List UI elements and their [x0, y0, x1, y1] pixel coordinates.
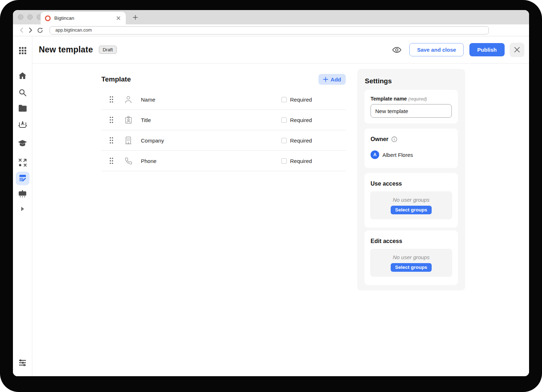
field-label: Name [141, 97, 155, 103]
field-row-name: Name Required [101, 89, 346, 110]
browser-toolbar: app.bigtincan.com [13, 24, 529, 36]
drag-handle-icon[interactable] [109, 157, 114, 165]
close-editor-button[interactable] [510, 43, 524, 57]
app-area: New template Draft Save and close Publis… [13, 36, 529, 376]
owner-name: Albert Flores [382, 152, 413, 158]
required-note: (required) [408, 97, 427, 102]
apps-grid-icon[interactable] [13, 47, 32, 55]
tactics-icon[interactable] [13, 158, 32, 167]
badge-icon [124, 116, 132, 124]
sidebar-item-forms[interactable] [16, 172, 29, 185]
select-groups-button[interactable]: Select groups [391, 206, 431, 214]
use-access-card: Use access No user groups Select groups [364, 173, 458, 228]
drag-handle-icon[interactable] [109, 95, 114, 103]
field-row-company: Company Required [101, 130, 346, 151]
required-label: Required [290, 97, 312, 103]
no-user-groups-text: No user groups [393, 197, 430, 203]
required-label: Required [290, 137, 312, 144]
back-icon[interactable] [17, 27, 26, 33]
edit-access-card: Edit access No user groups Select groups [364, 230, 458, 285]
browser-window: Bigtincan app.bigtincan.com [13, 10, 529, 376]
template-section-title: Template [101, 75, 131, 83]
search-icon[interactable] [13, 88, 32, 97]
page-title: New template [39, 45, 93, 55]
use-access-groups-box: No user groups Select groups [370, 191, 452, 219]
drag-handle-icon[interactable] [109, 136, 114, 144]
app-sidebar [13, 36, 32, 376]
bigtincan-favicon-icon [45, 15, 51, 21]
minimize-window-button[interactable] [27, 14, 33, 20]
hub-icon[interactable] [13, 190, 32, 198]
add-field-button[interactable]: Add [318, 74, 346, 85]
owner-avatar: A [371, 150, 379, 159]
folder-icon[interactable] [13, 104, 32, 112]
template-section: Template Add [101, 72, 346, 171]
settings-title: Settings [365, 77, 392, 85]
drag-handle-icon[interactable] [109, 116, 114, 124]
template-name-card: Template name (required) [364, 90, 458, 123]
no-user-groups-text: No user groups [393, 254, 430, 260]
template-name-label: Template name (required) [371, 96, 427, 102]
building-icon [124, 136, 132, 144]
edit-access-groups-box: No user groups Select groups [370, 249, 452, 277]
required-checkbox[interactable] [281, 117, 287, 123]
field-label: Phone [141, 158, 156, 164]
reload-icon[interactable] [35, 27, 45, 33]
url-bar[interactable]: app.bigtincan.com [50, 26, 489, 34]
field-label: Company [141, 137, 164, 144]
edit-access-label: Edit access [371, 238, 402, 244]
status-badge: Draft [99, 46, 117, 54]
tab-close-icon[interactable] [115, 15, 121, 22]
close-window-button[interactable] [18, 14, 23, 20]
info-icon[interactable] [391, 136, 397, 142]
new-tab-button[interactable] [132, 14, 139, 21]
required-checkbox[interactable] [281, 138, 287, 143]
learning-icon[interactable] [13, 140, 32, 148]
forms-icon [18, 174, 27, 183]
forward-icon[interactable] [26, 27, 35, 33]
owner-label: Owner [371, 136, 389, 143]
expand-icon[interactable] [13, 206, 32, 211]
home-icon[interactable] [13, 71, 32, 80]
preferences-icon[interactable] [13, 359, 32, 367]
owner-row: A Albert Flores [371, 150, 413, 159]
plus-icon [323, 77, 328, 82]
field-label: Title [141, 117, 151, 123]
phone-icon [124, 157, 132, 165]
required-label: Required [290, 117, 312, 123]
required-label: Required [290, 158, 312, 164]
save-and-close-button[interactable]: Save and close [409, 43, 463, 56]
preview-eye-icon[interactable] [391, 45, 402, 55]
publish-button[interactable]: Publish [469, 43, 505, 56]
select-groups-button[interactable]: Select groups [391, 263, 431, 272]
url-text: app.bigtincan.com [55, 28, 92, 33]
close-icon [514, 47, 520, 53]
person-icon [124, 96, 132, 103]
required-checkbox[interactable] [281, 97, 287, 102]
browser-tab-bar: Bigtincan [13, 10, 529, 24]
use-access-label: Use access [371, 181, 402, 187]
required-checkbox[interactable] [281, 158, 287, 164]
page-header: New template Draft Save and close Publis… [32, 36, 529, 64]
field-row-phone: Phone Required [101, 151, 346, 171]
window-controls [18, 14, 42, 20]
launch-icon[interactable] [13, 120, 32, 129]
field-row-title: Title Required [101, 110, 346, 130]
browser-tab[interactable]: Bigtincan [41, 12, 126, 24]
tab-title: Bigtincan [54, 15, 115, 21]
owner-card: Owner A Albert Flores [364, 129, 458, 168]
template-name-input[interactable] [371, 104, 452, 118]
settings-panel: Settings Template name (required) Owner [357, 69, 465, 290]
